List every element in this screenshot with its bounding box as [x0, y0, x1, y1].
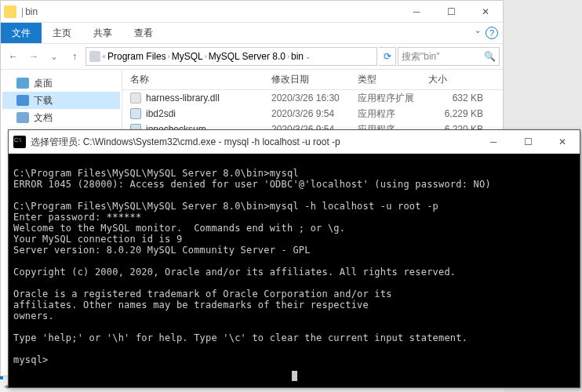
column-headers[interactable]: 名称 修改日期 类型 大小: [122, 70, 503, 90]
chevron-icon[interactable]: ›: [287, 53, 289, 60]
cmd-window: 选择管理员: C:\Windows\System32\cmd.exe - mys…: [8, 129, 580, 388]
file-icon: [130, 93, 141, 103]
window-controls: ─ ☐ ✕: [399, 1, 503, 23]
nav-item-icon: [16, 78, 29, 89]
crumb[interactable]: Program Files: [107, 51, 166, 62]
nav-item-label: 桌面: [34, 77, 53, 90]
col-name[interactable]: 名称: [122, 73, 271, 86]
crumb[interactable]: MySQL Server 8.0: [209, 51, 286, 62]
nav-item-icon: [16, 95, 29, 106]
titlebar-sep: |: [21, 6, 24, 17]
tab-view[interactable]: 查看: [123, 23, 164, 43]
chevron-icon[interactable]: ⌄: [305, 53, 311, 60]
search-placeholder: 搜索"bin": [402, 50, 440, 64]
minimize-button[interactable]: ─: [399, 1, 434, 23]
crumb[interactable]: bin: [291, 51, 304, 62]
pc-icon: [89, 51, 100, 62]
search-input[interactable]: 搜索"bin" 🔍: [398, 47, 500, 66]
col-size[interactable]: 大小: [428, 73, 483, 86]
refresh-button[interactable]: ⟳: [379, 47, 396, 66]
chevron-icon[interactable]: ›: [168, 53, 170, 60]
cmd-minimize-button[interactable]: ─: [476, 131, 511, 153]
file-modified: 2020/3/26 16:30: [271, 93, 358, 103]
file-modified: 2020/3/26 9:54: [271, 108, 358, 119]
up-button[interactable]: ↑: [65, 47, 84, 66]
cmd-close-button[interactable]: ✕: [545, 131, 580, 153]
nav-item-label: 下载: [34, 94, 53, 107]
search-icon[interactable]: 🔍: [484, 51, 496, 62]
file-name: harness-library.dll: [146, 93, 220, 103]
col-modified[interactable]: 修改日期: [271, 73, 358, 86]
file-name: ibd2sdi: [146, 108, 176, 119]
chevron-icon[interactable]: ›: [205, 53, 207, 60]
ribbon-collapse-icon[interactable]: ⌄: [475, 26, 481, 34]
file-size: 6,229 KB: [428, 108, 483, 119]
sidebar-item[interactable]: 桌面: [2, 74, 120, 92]
tab-file[interactable]: 文件: [1, 23, 42, 43]
ribbon-tabs: 文件 主页 共享 查看 ⌄ ?: [1, 23, 503, 43]
nav-item-icon: [16, 112, 29, 123]
file-type: 应用程序: [358, 107, 428, 121]
breadcrumb[interactable]: « Program Files › MySQL › MySQL Server 8…: [85, 47, 377, 66]
cmd-title: 选择管理员: C:\Windows\System32\cmd.exe - mys…: [31, 136, 340, 149]
col-type[interactable]: 类型: [358, 73, 428, 86]
sidebar-item[interactable]: 文档: [2, 109, 120, 126]
cmd-maximize-button[interactable]: ☐: [511, 131, 545, 153]
file-size: 632 KB: [428, 93, 483, 103]
back-button[interactable]: ←: [4, 47, 23, 66]
explorer-titlebar[interactable]: | bin ─ ☐ ✕: [1, 1, 503, 23]
forward-button[interactable]: →: [24, 47, 43, 66]
cmd-output[interactable]: C:\Program Files\MySQL\MySQL Server 8.0\…: [9, 154, 580, 387]
cursor: [292, 371, 297, 381]
maximize-button[interactable]: ☐: [434, 1, 468, 23]
cmd-window-controls: ─ ☐ ✕: [476, 131, 580, 153]
cmd-titlebar[interactable]: 选择管理员: C:\Windows\System32\cmd.exe - mys…: [9, 130, 580, 154]
sidebar-item[interactable]: 下载: [2, 92, 120, 109]
close-button[interactable]: ✕: [468, 1, 503, 23]
chevron-icon[interactable]: «: [102, 53, 106, 60]
folder-icon: [4, 5, 16, 18]
cmd-icon: [13, 136, 26, 148]
tab-share[interactable]: 共享: [82, 23, 123, 43]
nav-item-label: 文档: [34, 111, 53, 125]
file-row[interactable]: harness-library.dll2020/3/26 16:30应用程序扩展…: [122, 90, 503, 106]
file-icon: [130, 108, 141, 119]
crumb[interactable]: MySQL: [172, 51, 203, 62]
file-row[interactable]: ibd2sdi2020/3/26 9:54应用程序6,229 KB: [122, 106, 503, 122]
navbar: ← → ⌄ ↑ « Program Files › MySQL › MySQL …: [1, 43, 503, 70]
history-dropdown[interactable]: ⌄: [45, 47, 64, 66]
help-icon[interactable]: ?: [486, 27, 498, 39]
file-type: 应用程序扩展: [358, 92, 428, 105]
window-title: bin: [25, 6, 38, 17]
tab-home[interactable]: 主页: [42, 23, 82, 43]
